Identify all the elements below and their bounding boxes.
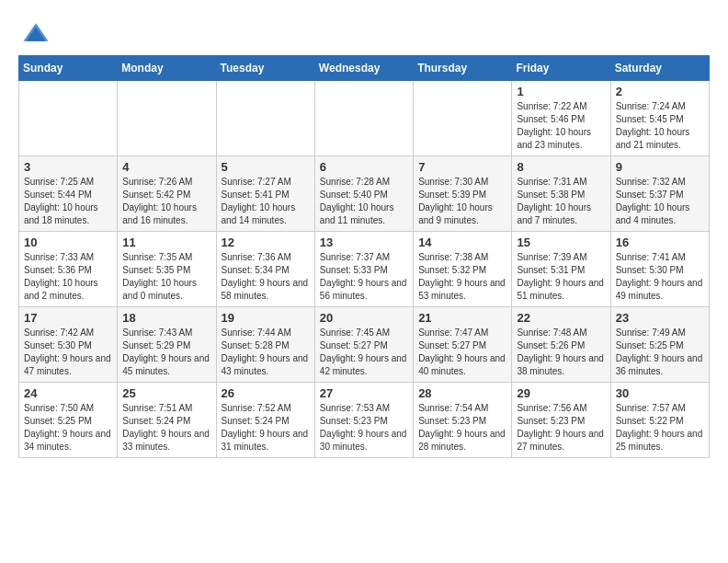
day-cell: 11Sunrise: 7:35 AM Sunset: 5:35 PM Dayli… [118, 232, 216, 307]
day-cell [216, 81, 314, 156]
day-number: 5 [222, 160, 310, 174]
header-wednesday: Wednesday [314, 56, 413, 81]
week-row-5: 24Sunrise: 7:50 AM Sunset: 5:25 PM Dayli… [19, 383, 710, 458]
day-info: Sunrise: 7:26 AM Sunset: 5:42 PM Dayligh… [122, 176, 210, 227]
day-cell: 23Sunrise: 7:49 AM Sunset: 5:25 PM Dayli… [610, 307, 709, 383]
day-cell: 5Sunrise: 7:27 AM Sunset: 5:41 PM Daylig… [216, 156, 314, 232]
day-info: Sunrise: 7:51 AM Sunset: 5:24 PM Dayligh… [122, 402, 210, 454]
day-number: 13 [320, 236, 408, 249]
day-cell: 30Sunrise: 7:57 AM Sunset: 5:22 PM Dayli… [610, 383, 709, 458]
week-row-4: 17Sunrise: 7:42 AM Sunset: 5:30 PM Dayli… [19, 307, 710, 383]
day-number: 25 [122, 386, 210, 400]
logo-icon [22, 18, 50, 46]
day-number: 3 [24, 160, 112, 174]
day-info: Sunrise: 7:52 AM Sunset: 5:24 PM Dayligh… [222, 402, 310, 454]
day-cell: 2Sunrise: 7:24 AM Sunset: 5:45 PM Daylig… [610, 81, 709, 156]
day-number: 16 [616, 236, 704, 249]
day-number: 30 [616, 386, 704, 400]
day-info: Sunrise: 7:25 AM Sunset: 5:44 PM Dayligh… [24, 176, 112, 227]
day-number: 29 [517, 386, 605, 400]
day-cell: 22Sunrise: 7:48 AM Sunset: 5:26 PM Dayli… [512, 307, 610, 383]
calendar-header-row: SundayMondayTuesdayWednesdayThursdayFrid… [19, 56, 710, 81]
day-info: Sunrise: 7:57 AM Sunset: 5:22 PM Dayligh… [616, 402, 704, 454]
day-cell [118, 81, 216, 156]
calendar-table: SundayMondayTuesdayWednesdayThursdayFrid… [18, 55, 710, 458]
day-info: Sunrise: 7:38 AM Sunset: 5:32 PM Dayligh… [418, 251, 506, 303]
day-info: Sunrise: 7:41 AM Sunset: 5:30 PM Dayligh… [616, 251, 704, 303]
day-cell: 15Sunrise: 7:39 AM Sunset: 5:31 PM Dayli… [512, 232, 610, 307]
header-sunday: Sunday [19, 56, 118, 81]
day-info: Sunrise: 7:53 AM Sunset: 5:23 PM Dayligh… [320, 402, 408, 454]
header-monday: Monday [118, 56, 216, 81]
day-info: Sunrise: 7:30 AM Sunset: 5:39 PM Dayligh… [418, 176, 506, 227]
day-number: 19 [222, 311, 310, 325]
day-cell: 27Sunrise: 7:53 AM Sunset: 5:23 PM Dayli… [314, 383, 413, 458]
day-info: Sunrise: 7:35 AM Sunset: 5:35 PM Dayligh… [122, 251, 210, 303]
day-cell: 9Sunrise: 7:32 AM Sunset: 5:37 PM Daylig… [610, 156, 709, 232]
day-number: 21 [418, 311, 506, 325]
day-info: Sunrise: 7:36 AM Sunset: 5:34 PM Dayligh… [222, 251, 310, 303]
day-number: 23 [616, 311, 704, 325]
day-number: 8 [517, 160, 605, 174]
day-info: Sunrise: 7:42 AM Sunset: 5:30 PM Dayligh… [24, 327, 112, 378]
week-row-3: 10Sunrise: 7:33 AM Sunset: 5:36 PM Dayli… [19, 232, 710, 307]
day-info: Sunrise: 7:45 AM Sunset: 5:27 PM Dayligh… [320, 327, 408, 378]
day-cell: 17Sunrise: 7:42 AM Sunset: 5:30 PM Dayli… [19, 307, 118, 383]
header-tuesday: Tuesday [216, 56, 314, 81]
day-number: 11 [122, 236, 210, 249]
day-cell: 25Sunrise: 7:51 AM Sunset: 5:24 PM Dayli… [118, 383, 216, 458]
week-row-2: 3Sunrise: 7:25 AM Sunset: 5:44 PM Daylig… [19, 156, 710, 232]
day-cell: 8Sunrise: 7:31 AM Sunset: 5:38 PM Daylig… [512, 156, 610, 232]
day-info: Sunrise: 7:50 AM Sunset: 5:25 PM Dayligh… [24, 402, 112, 454]
day-number: 14 [418, 236, 506, 249]
day-cell [414, 81, 512, 156]
day-info: Sunrise: 7:22 AM Sunset: 5:46 PM Dayligh… [517, 100, 605, 152]
day-cell: 3Sunrise: 7:25 AM Sunset: 5:44 PM Daylig… [19, 156, 118, 232]
day-cell: 14Sunrise: 7:38 AM Sunset: 5:32 PM Dayli… [414, 232, 512, 307]
day-info: Sunrise: 7:56 AM Sunset: 5:23 PM Dayligh… [517, 402, 605, 454]
day-info: Sunrise: 7:33 AM Sunset: 5:36 PM Dayligh… [24, 251, 112, 303]
day-number: 17 [24, 311, 112, 325]
day-cell [314, 81, 413, 156]
day-info: Sunrise: 7:31 AM Sunset: 5:38 PM Dayligh… [517, 176, 605, 227]
day-cell: 4Sunrise: 7:26 AM Sunset: 5:42 PM Daylig… [118, 156, 216, 232]
day-cell: 29Sunrise: 7:56 AM Sunset: 5:23 PM Dayli… [512, 383, 610, 458]
day-info: Sunrise: 7:49 AM Sunset: 5:25 PM Dayligh… [616, 327, 704, 378]
day-cell: 21Sunrise: 7:47 AM Sunset: 5:27 PM Dayli… [414, 307, 512, 383]
day-info: Sunrise: 7:43 AM Sunset: 5:29 PM Dayligh… [122, 327, 210, 378]
day-cell: 20Sunrise: 7:45 AM Sunset: 5:27 PM Dayli… [314, 307, 413, 383]
day-info: Sunrise: 7:54 AM Sunset: 5:23 PM Dayligh… [418, 402, 506, 454]
day-cell: 16Sunrise: 7:41 AM Sunset: 5:30 PM Dayli… [610, 232, 709, 307]
day-number: 2 [616, 85, 704, 98]
day-number: 6 [320, 160, 408, 174]
day-info: Sunrise: 7:47 AM Sunset: 5:27 PM Dayligh… [418, 327, 506, 378]
day-number: 12 [222, 236, 310, 249]
logo [18, 18, 50, 46]
day-cell: 7Sunrise: 7:30 AM Sunset: 5:39 PM Daylig… [414, 156, 512, 232]
day-cell: 19Sunrise: 7:44 AM Sunset: 5:28 PM Dayli… [216, 307, 314, 383]
day-info: Sunrise: 7:37 AM Sunset: 5:33 PM Dayligh… [320, 251, 408, 303]
day-info: Sunrise: 7:32 AM Sunset: 5:37 PM Dayligh… [616, 176, 704, 227]
day-number: 7 [418, 160, 506, 174]
day-info: Sunrise: 7:39 AM Sunset: 5:31 PM Dayligh… [517, 251, 605, 303]
header [18, 18, 710, 46]
day-cell: 24Sunrise: 7:50 AM Sunset: 5:25 PM Dayli… [19, 383, 118, 458]
day-info: Sunrise: 7:24 AM Sunset: 5:45 PM Dayligh… [616, 100, 704, 152]
week-row-1: 1Sunrise: 7:22 AM Sunset: 5:46 PM Daylig… [19, 81, 710, 156]
day-number: 18 [122, 311, 210, 325]
header-saturday: Saturday [610, 56, 709, 81]
day-info: Sunrise: 7:44 AM Sunset: 5:28 PM Dayligh… [222, 327, 310, 378]
day-cell: 12Sunrise: 7:36 AM Sunset: 5:34 PM Dayli… [216, 232, 314, 307]
day-info: Sunrise: 7:27 AM Sunset: 5:41 PM Dayligh… [222, 176, 310, 227]
day-cell: 28Sunrise: 7:54 AM Sunset: 5:23 PM Dayli… [414, 383, 512, 458]
day-number: 28 [418, 386, 506, 400]
day-number: 26 [222, 386, 310, 400]
day-number: 1 [517, 85, 605, 98]
day-cell: 1Sunrise: 7:22 AM Sunset: 5:46 PM Daylig… [512, 81, 610, 156]
logo-text [18, 18, 50, 51]
day-number: 4 [122, 160, 210, 174]
day-number: 15 [517, 236, 605, 249]
day-number: 20 [320, 311, 408, 325]
day-number: 22 [517, 311, 605, 325]
day-number: 24 [24, 386, 112, 400]
